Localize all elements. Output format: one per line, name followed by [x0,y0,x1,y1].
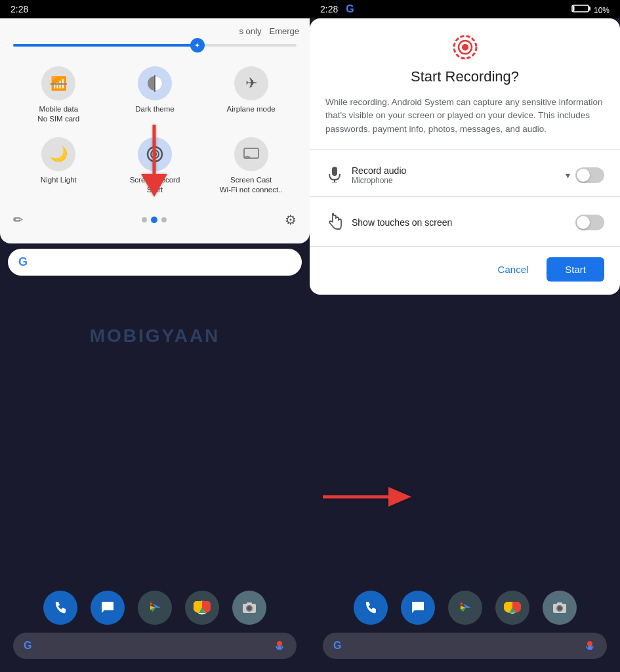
dark-theme-icon [146,75,163,92]
quick-settings-panel: s only Emerge ✦ 📶 Mobile dataNo SIM card [0,18,310,243]
qs-top-item1: s only [239,26,262,36]
right-battery: 10% [571,4,610,15]
right-dock-camera[interactable] [543,591,577,625]
record-audio-toggle[interactable] [575,167,604,183]
left-dock-camera[interactable] [232,591,266,625]
qs-dot-1[interactable] [142,217,147,222]
record-circle-icon [452,34,478,60]
right-dock [310,591,620,625]
qs-dot-2[interactable] [151,217,157,223]
left-bottom-search[interactable]: G [13,633,297,659]
left-home: G [0,281,310,672]
right-google-mic-icon [583,639,596,652]
svg-point-17 [277,641,282,646]
svg-rect-16 [247,602,252,604]
right-bottom-g: G [333,640,341,652]
show-touches-icon [325,213,344,233]
right-panel: 2:28 G 10% Start Recording? While record… [310,0,620,672]
right-dock-chrome[interactable] [495,591,529,625]
svg-point-15 [247,606,251,610]
left-panel: 2:28 s only Emerge ✦ 📶 Mobile dataNo SI [0,0,310,672]
airplane-label: Airplane mode [227,104,276,114]
left-status-bar: 2:28 [0,0,310,18]
qs-top-item2: Emerge [269,26,299,36]
dark-theme-icon-wrap [138,66,172,100]
brightness-row: ✦ [0,41,310,54]
right-dock-phone[interactable] [354,591,388,625]
right-time: 2:28 [320,4,338,14]
left-dock-phone[interactable] [43,591,77,625]
dialog-title: Start Recording? [325,68,604,85]
left-bottom-g: G [24,640,31,652]
left-dock [0,591,310,625]
svg-marker-9 [153,604,161,608]
qs-dots [142,217,167,223]
screen-cast-label: Screen CastWi-Fi not connect.. [220,175,283,195]
battery-icon [571,4,591,13]
qs-top-bar: s only Emerge [0,24,310,41]
mobile-data-icon-wrap: 📶 [41,66,75,100]
right-dock-messages[interactable] [401,591,435,625]
record-audio-text: Record audio Microphone [352,165,558,185]
left-time: 2:28 [10,4,28,14]
svg-rect-27 [332,167,337,176]
right-status-bar: 2:28 G 10% [310,0,620,18]
right-dock-play[interactable] [448,591,482,625]
qs-tile-screen-record[interactable]: Screen RecordStart [107,131,203,201]
cancel-button[interactable]: Cancel [490,259,537,280]
svg-marker-32 [461,602,463,606]
qs-tile-screen-cast[interactable]: Screen CastWi-Fi not connect.. [203,131,299,201]
show-touches-toggle[interactable] [575,215,604,230]
show-touches-label: Show touches on screen [352,217,568,228]
start-recording-dialog: Start Recording? While recording, Androi… [310,18,620,295]
left-dock-messages[interactable] [91,591,125,625]
night-light-icon: 🌙 [50,146,68,163]
record-audio-controls: ▾ [566,167,604,183]
airplane-icon: ✈ [245,75,257,92]
night-light-icon-wrap: 🌙 [41,137,75,171]
brightness-slider[interactable]: ✦ [13,44,297,47]
right-bottom-search[interactable]: G [323,633,607,659]
screen-record-label: Screen RecordStart [130,175,180,195]
dialog-divider-2 [310,196,620,197]
record-audio-label: Record audio [352,165,558,176]
left-dock-play[interactable] [138,591,172,625]
left-dock-chrome[interactable] [185,591,219,625]
qs-bottom-bar: ✏ ⚙ [0,207,310,233]
dark-theme-label: Dark theme [135,104,174,114]
dialog-record-icon-area [325,34,604,60]
show-touches-controls [575,215,604,230]
svg-rect-21 [572,5,589,12]
screen-cast-icon [243,147,260,161]
dialog-divider-1 [310,149,620,150]
svg-point-42 [587,641,592,646]
brightness-thumb: ✦ [190,38,205,52]
svg-rect-41 [557,602,562,604]
qs-dot-3[interactable] [161,217,167,222]
show-touches-text: Show touches on screen [352,217,568,228]
right-home: G [310,295,620,672]
record-audio-dropdown[interactable]: ▾ [566,170,570,180]
settings-icon[interactable]: ⚙ [285,212,297,228]
qs-tile-airplane[interactable]: ✈ Airplane mode [203,60,299,131]
start-button[interactable]: Start [547,257,604,282]
google-search-bar[interactable]: G [8,249,302,276]
qs-tile-night-light[interactable]: 🌙 Night Light [10,131,107,201]
record-audio-sublabel: Microphone [352,176,558,185]
record-audio-icon [325,165,344,186]
mobile-data-icon: 📶 [51,75,67,91]
screen-cast-icon-wrap [234,137,268,171]
edit-icon[interactable]: ✏ [13,213,23,227]
qs-tile-dark-theme[interactable]: Dark theme [107,60,203,131]
dialog-buttons: Cancel Start [325,257,604,282]
show-touches-option: Show touches on screen [325,207,604,238]
google-mic-icon [273,639,286,652]
google-g-logo: G [18,255,28,269]
screen-record-icon [146,145,164,163]
brightness-sun-icon: ✦ [194,41,200,50]
record-audio-option: Record audio Microphone ▾ [325,160,604,191]
qs-tile-mobile-data[interactable]: 📶 Mobile dataNo SIM card [10,60,107,131]
svg-marker-7 [150,602,153,606]
svg-rect-23 [573,6,575,11]
mobile-data-label: Mobile dataNo SIM card [37,104,79,124]
